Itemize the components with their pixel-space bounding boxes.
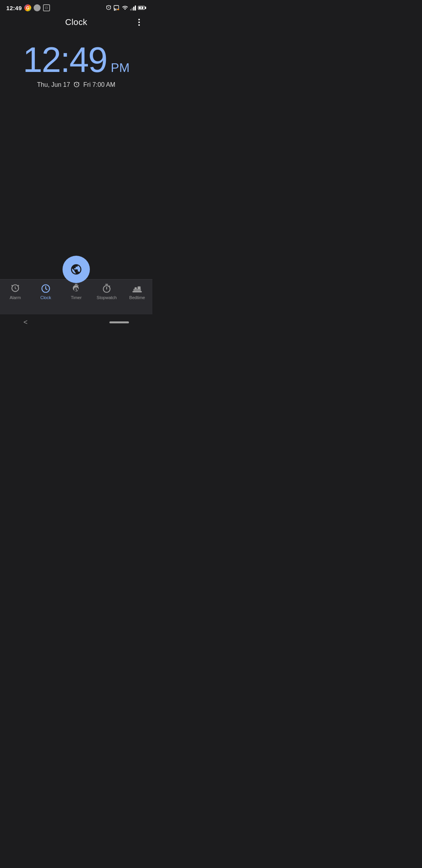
- status-bar: 12:49 G ⊡: [0, 0, 152, 14]
- clock-nav-icon: [41, 283, 51, 294]
- bedtime-nav-icon: [132, 283, 142, 294]
- status-bar-left: 12:49 G ⊡: [6, 4, 50, 11]
- svg-rect-5: [135, 287, 137, 289]
- globe-icon: [70, 263, 82, 276]
- system-nav-bar: <: [0, 314, 152, 330]
- top-bar: Clock: [0, 14, 152, 30]
- more-options-button[interactable]: [134, 17, 145, 28]
- circle-icon: [34, 4, 41, 11]
- nav-item-stopwatch[interactable]: Stopwatch: [91, 283, 122, 300]
- am-pm-indicator: PM: [111, 61, 130, 75]
- bedtime-nav-label: Bedtime: [129, 295, 145, 300]
- bottom-nav: Alarm Clock Timer Stopwatch Bedtime: [0, 279, 152, 314]
- main-content: 12:49 PM Thu, Jun 17 Fri 7:00 AM: [0, 30, 152, 279]
- back-button[interactable]: <: [23, 318, 28, 326]
- next-alarm-time: Fri 7:00 AM: [83, 81, 115, 88]
- svg-rect-6: [138, 287, 141, 290]
- nav-item-clock[interactable]: Clock: [30, 283, 61, 300]
- screenshot-icon: ⊡: [43, 4, 50, 11]
- current-date: Thu, Jun 17: [37, 81, 70, 88]
- alarm-nav-icon: [10, 283, 20, 294]
- alarm-indicator-icon: [73, 81, 80, 88]
- cast-icon: [114, 5, 120, 11]
- stopwatch-nav-icon: [102, 283, 112, 294]
- nav-item-bedtime[interactable]: Bedtime: [122, 283, 152, 300]
- clock-display: 12:49 PM: [23, 42, 129, 77]
- nav-item-timer[interactable]: Timer: [61, 283, 91, 300]
- add-city-button[interactable]: [63, 256, 90, 283]
- svg-rect-4: [133, 290, 141, 291]
- timer-nav-label: Timer: [71, 295, 82, 300]
- home-pill[interactable]: [109, 321, 129, 323]
- app-title: Clock: [65, 17, 88, 27]
- add-city-fab[interactable]: [63, 256, 90, 283]
- nav-item-alarm[interactable]: Alarm: [0, 283, 30, 300]
- status-bar-right: [106, 5, 146, 11]
- status-time: 12:49: [6, 5, 22, 11]
- timer-nav-icon: [71, 283, 81, 294]
- wifi-icon: [122, 5, 128, 11]
- alarm-nav-label: Alarm: [10, 295, 21, 300]
- clock-nav-label: Clock: [40, 295, 51, 300]
- svg-rect-1: [117, 9, 119, 10]
- google-icon: G: [24, 4, 31, 11]
- stopwatch-nav-label: Stopwatch: [97, 295, 116, 300]
- svg-rect-7: [132, 291, 142, 292]
- battery-icon: [138, 6, 146, 10]
- alarm-status-icon: [106, 5, 112, 11]
- current-time: 12:49: [23, 42, 107, 77]
- date-alarm-row: Thu, Jun 17 Fri 7:00 AM: [37, 81, 115, 88]
- signal-icon: [130, 5, 136, 11]
